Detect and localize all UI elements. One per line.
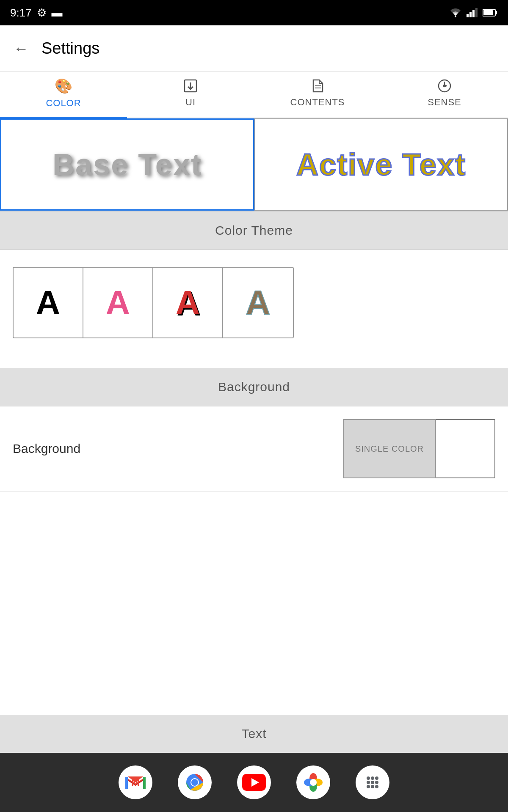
tab-sense[interactable]: SENSE — [381, 72, 508, 118]
custom-color-option[interactable] — [436, 419, 495, 478]
gmail-svg: M — [125, 775, 146, 790]
color-theme-options: A A A A — [13, 267, 294, 338]
svg-point-34 — [367, 776, 370, 780]
preview-base[interactable]: Base Text — [0, 118, 254, 211]
preview-section: Base Text Active Text — [0, 118, 508, 211]
color-theme-header: Color Theme — [0, 211, 508, 250]
clock-icon — [437, 78, 452, 93]
status-bar-left: 9:17 ⚙ ▬ — [10, 6, 63, 19]
svg-point-35 — [371, 776, 374, 780]
tab-color[interactable]: 🎨 COLOR — [0, 72, 127, 118]
single-color-label: SINGLE COLOR — [355, 444, 424, 454]
status-bar: 9:17 ⚙ ▬ — [0, 0, 508, 25]
tab-contents[interactable]: CONTENTS — [254, 72, 381, 118]
svg-point-32 — [310, 779, 317, 786]
tab-ui[interactable]: UI — [127, 72, 254, 118]
svg-point-38 — [371, 781, 374, 784]
color-option-plain[interactable]: A — [14, 268, 83, 337]
svg-point-42 — [375, 785, 378, 788]
svg-rect-2 — [469, 12, 472, 17]
preview-active[interactable]: Active Text — [254, 118, 508, 211]
palette-icon: 🎨 — [55, 77, 72, 94]
tab-color-label: COLOR — [46, 98, 81, 109]
tab-sense-label: SENSE — [428, 97, 461, 108]
sim-icon: ▬ — [52, 6, 63, 19]
status-bar-right — [449, 8, 498, 17]
bottom-nav: M — [0, 753, 508, 812]
svg-rect-6 — [483, 10, 493, 15]
base-text: Base Text — [52, 147, 202, 182]
svg-point-37 — [367, 781, 370, 784]
apps-icon-button[interactable] — [356, 765, 389, 799]
divider-3 — [0, 491, 508, 491]
color-theme-row: A A A A — [0, 250, 508, 355]
text-section-header: Text — [0, 715, 508, 753]
chrome-svg — [183, 771, 207, 794]
svg-text:M: M — [131, 776, 140, 788]
single-color-option[interactable]: SINGLE COLOR — [343, 419, 436, 478]
youtube-svg — [242, 774, 266, 791]
background-options: SINGLE COLOR — [343, 419, 495, 478]
photos-svg — [301, 771, 325, 794]
svg-rect-3 — [472, 10, 475, 17]
apps-svg — [362, 771, 384, 793]
chrome-icon-button[interactable] — [178, 765, 212, 799]
color-option-pink[interactable]: A — [83, 268, 153, 337]
svg-point-36 — [375, 776, 378, 780]
youtube-icon-button[interactable] — [237, 765, 271, 799]
text-section-title: Text — [241, 727, 266, 741]
svg-rect-1 — [467, 14, 469, 17]
back-button[interactable]: ← — [14, 40, 29, 58]
color-option-vintage[interactable]: A — [223, 268, 293, 337]
svg-rect-7 — [495, 11, 497, 14]
svg-point-39 — [375, 781, 378, 784]
svg-point-41 — [371, 785, 374, 788]
app-bar-title: Settings — [41, 39, 99, 58]
time-label: 9:17 — [10, 6, 32, 19]
svg-rect-4 — [475, 8, 478, 17]
wifi-icon — [449, 8, 462, 17]
tab-bar: 🎨 COLOR UI CONTENTS SENSE — [0, 72, 508, 118]
download-icon — [183, 78, 198, 93]
background-title: Background — [218, 380, 290, 394]
color-theme-title: Color Theme — [215, 223, 293, 238]
color-option-red-shadow[interactable]: A — [153, 268, 223, 337]
background-label: Background — [13, 442, 80, 456]
tab-contents-label: CONTENTS — [290, 97, 345, 108]
settings-icon: ⚙ — [37, 6, 47, 19]
gmail-icon-button[interactable]: M — [119, 765, 152, 799]
contents-icon — [310, 78, 325, 93]
active-text: Active Text — [296, 147, 466, 182]
app-bar: ← Settings — [0, 25, 508, 72]
signal-icon — [467, 8, 478, 17]
tab-ui-label: UI — [185, 97, 196, 108]
background-header: Background — [0, 368, 508, 406]
svg-point-40 — [367, 785, 370, 788]
background-row: Background SINGLE COLOR — [0, 406, 508, 491]
svg-point-0 — [455, 16, 456, 17]
photos-icon-button[interactable] — [296, 765, 330, 799]
battery-icon — [483, 8, 498, 17]
